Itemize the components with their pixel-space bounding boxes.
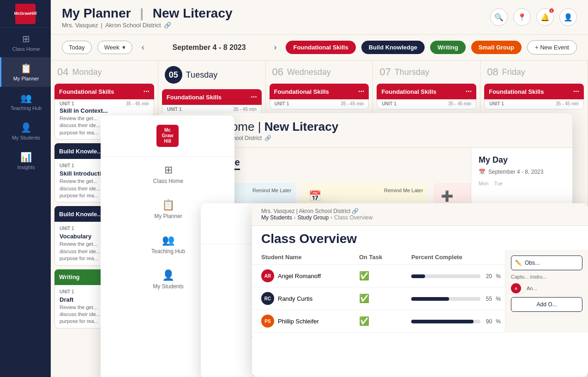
sidebar-item-class-home[interactable]: ⊞ Class Home — [0, 28, 51, 57]
remind-later-button-2[interactable]: Remind Me Later — [384, 188, 423, 193]
event-unit: UNIT 1 — [60, 101, 74, 106]
progress-bar-fill — [411, 320, 474, 323]
on-task-cell: ✅ — [350, 287, 402, 310]
overlay-teaching-icon: 👥 — [162, 234, 174, 246]
on-task-cell: ✅ — [350, 265, 402, 287]
percent-sign: % — [496, 273, 501, 280]
event-type-label: Writing — [59, 274, 80, 280]
location-button[interactable]: 📍 — [513, 8, 531, 26]
sidebar-item-teaching-hub[interactable]: 👥 Teaching Hub — [0, 87, 51, 116]
check-icon: ✅ — [359, 294, 369, 303]
overlay-nav-label: Teaching Hub — [151, 248, 185, 255]
next-week-button[interactable]: › — [270, 41, 280, 54]
top-header: My Planner | New Literacy Mrs. Vasquez |… — [51, 0, 588, 35]
overlay-nav-class-home[interactable]: ⊞ Class Home — [101, 157, 234, 192]
my-planner-icon: 📋 — [20, 63, 32, 74]
event-type-label: Foundational Skills — [489, 88, 544, 95]
percent-value: 90 — [486, 318, 492, 325]
overlay-logo-header: McGrawHill — [101, 116, 234, 157]
breadcrumb-my-students[interactable]: My Students — [261, 214, 292, 221]
overlay-students-icon: 👤 — [162, 269, 174, 281]
add-observation-button[interactable]: Add O... — [511, 297, 582, 312]
title-part1: My Planner — [62, 6, 131, 20]
header-subtitle: Mrs. Vasquez | Akron School District 🔗 — [62, 22, 233, 29]
event-unit: UNIT 1 — [382, 101, 396, 106]
event-card: Foundational Skills ··· UNIT 1 35 - 45 m… — [377, 84, 476, 109]
student-avatar: AR — [261, 269, 274, 282]
event-duration: 35 - 45 min — [126, 101, 149, 106]
event-meta: UNIT 1 35 - 45 min — [377, 99, 476, 109]
sidebar-item-insights[interactable]: 📊 Insights — [0, 146, 51, 176]
ch-title-part2: New Literacy — [264, 120, 338, 134]
remind-later-button-1[interactable]: Remind Me Later — [252, 188, 291, 193]
overlay-nav-label: Class Home — [153, 178, 183, 184]
obs-desc: Captu... instru... — [511, 274, 582, 280]
search-button[interactable]: 🔍 — [490, 8, 508, 26]
header-title-group: My Planner | New Literacy Mrs. Vasquez |… — [62, 6, 233, 29]
day-num-tuesday: 05 — [165, 66, 182, 84]
day-name-thursday: Thursday — [395, 67, 429, 77]
build-knowledge-tag[interactable]: Build Knowledge — [361, 41, 425, 54]
toolbar: Today Week ▾ ‹ September 4 - 8 2023 › Fo… — [51, 35, 588, 61]
event-more-icon[interactable]: ··· — [466, 87, 472, 96]
event-unit: UNIT 1 — [489, 101, 504, 106]
day-header-thursday: 07 Thursday — [373, 61, 480, 84]
event-meta: UNIT 1 35 - 45 min — [484, 99, 584, 109]
event-header: Foundational Skills ··· — [484, 84, 584, 99]
notification-badge: 1 — [548, 7, 555, 14]
teacher-name: Mrs. Vasquez — [62, 22, 98, 29]
event-header: Foundational Skills ··· — [377, 84, 476, 99]
event-more-icon[interactable]: ··· — [358, 87, 364, 96]
my-day-date: 📅 September 4 - 8, 2023 — [479, 169, 565, 175]
overlay-planner-icon: 📋 — [162, 199, 174, 211]
event-duration: 35 - 45 min — [234, 107, 257, 112]
profile-button[interactable]: 👤 — [559, 8, 577, 26]
day-name-wednesday: Wednesday — [287, 67, 331, 77]
event-type-label: Foundational Skills — [381, 88, 436, 95]
prev-week-button[interactable]: ‹ — [138, 41, 148, 54]
notification-button[interactable]: 🔔 1 — [536, 8, 554, 26]
today-button[interactable]: Today — [62, 41, 92, 54]
percent-sign: % — [496, 296, 501, 302]
check-icon: ✅ — [359, 271, 369, 280]
percent-value: 20 — [486, 273, 492, 280]
breadcrumb: My Students › Study Group › Class Overvi… — [261, 214, 579, 221]
percent-sign: % — [496, 318, 501, 325]
student-name-cell: PS Phillip Schleifer — [252, 310, 350, 333]
sidebar: Mc Graw Hill ⊞ Class Home 📋 My Planner 👥… — [0, 0, 51, 377]
observe-button[interactable]: ✏️ Obs... — [511, 255, 582, 270]
ch-divider: | — [258, 120, 264, 134]
sidebar-item-my-planner[interactable]: 📋 My Planner — [0, 57, 51, 87]
progress-bar-bg — [411, 320, 480, 323]
logo-icon: Mc Graw Hill — [15, 4, 36, 24]
overlay-nav-label: My Students — [153, 283, 184, 290]
event-more-icon[interactable]: ··· — [143, 87, 149, 96]
day-header-monday: 04 Monday — [51, 61, 158, 84]
overlay-logo: McGrawHill — [156, 125, 179, 147]
logo-text3: Hill — [30, 11, 37, 16]
event-unit: UNIT 1 — [60, 289, 74, 294]
myday-days: Mon Tue — [479, 181, 565, 186]
event-more-icon[interactable]: ··· — [251, 93, 257, 101]
event-unit: UNIT 1 — [60, 163, 74, 168]
writing-tag[interactable]: Writing — [430, 41, 466, 54]
day-header-friday: 08 Friday — [480, 61, 588, 84]
logo-text: Mc — [14, 11, 20, 16]
week-button[interactable]: Week ▾ — [97, 41, 132, 54]
sidebar-label-class-home: Class Home — [12, 46, 40, 52]
foundational-skills-tag[interactable]: Foundational Skills — [286, 41, 355, 54]
breadcrumb-study-group[interactable]: Study Group — [298, 214, 329, 221]
day-num-monday: 04 — [57, 66, 68, 78]
student-name: Phillip Schleifer — [278, 318, 319, 325]
logo-text2: Graw — [20, 11, 30, 16]
sidebar-item-my-students[interactable]: 👤 My Students — [0, 116, 51, 146]
class-overview-top: Mrs. Vasquez | Akron School District 🔗 M… — [252, 203, 588, 226]
small-group-tag[interactable]: Small Group — [471, 41, 522, 54]
new-event-button[interactable]: + New Event — [527, 40, 577, 55]
day-name-monday: Monday — [72, 67, 102, 77]
co-share-icon: 🔗 — [352, 208, 359, 214]
co-table-wrapper: Student Name On Task Percent Complete Ac… — [252, 250, 588, 333]
share-icon: 🔗 — [164, 22, 171, 29]
event-more-icon[interactable]: ··· — [573, 87, 579, 96]
sidebar-label-insights: Insights — [18, 164, 35, 170]
